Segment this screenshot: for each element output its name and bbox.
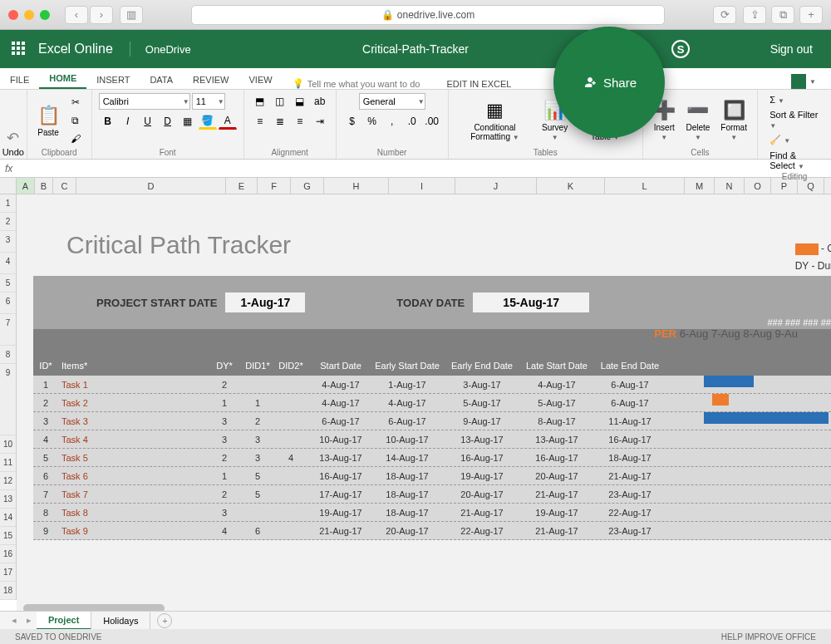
border-button[interactable]: ▦ <box>179 113 197 130</box>
col-A[interactable]: A <box>17 178 35 194</box>
table-row[interactable]: 5Task 523413-Aug-1714-Aug-1716-Aug-1716-… <box>33 449 831 467</box>
share-button[interactable]: Share <box>553 27 665 138</box>
address-bar[interactable]: 🔒 onedrive.live.com <box>191 5 665 25</box>
col-M[interactable]: M <box>685 178 715 194</box>
forward-button[interactable]: › <box>90 6 113 24</box>
user-dropdown-icon[interactable]: ▼ <box>809 78 816 86</box>
align-right-icon[interactable]: ≡ <box>291 113 309 130</box>
col-N[interactable]: N <box>715 178 745 194</box>
row-12[interactable]: 12 <box>0 472 16 490</box>
row-2[interactable]: 2 <box>0 213 16 231</box>
sign-out-link[interactable]: Sign out <box>770 42 813 56</box>
share-safari-icon[interactable]: ⇪ <box>743 6 766 24</box>
col-H[interactable]: H <box>324 178 389 194</box>
col-I[interactable]: I <box>389 178 455 194</box>
table-row[interactable]: 8Task 8319-Aug-1718-Aug-1721-Aug-1719-Au… <box>33 504 831 522</box>
table-row[interactable]: 6Task 61516-Aug-1718-Aug-1719-Aug-1720-A… <box>33 467 831 485</box>
sheet-tab-holidays[interactable]: Holidays <box>91 612 150 629</box>
table-row[interactable]: 9Task 94621-Aug-1720-Aug-1722-Aug-1721-A… <box>33 522 831 540</box>
start-date-value[interactable]: 1-Aug-17 <box>225 293 305 312</box>
col-E[interactable]: E <box>226 178 258 194</box>
col-O[interactable]: O <box>745 178 771 194</box>
clear-button[interactable]: 🧹 ▼ <box>765 133 795 147</box>
row-6[interactable]: 6 <box>0 293 16 314</box>
reload-button[interactable]: ⟳ <box>713 6 736 24</box>
format-cell-button[interactable]: 🔲Format ▼ <box>717 98 750 144</box>
format-painter-icon[interactable]: 🖌 <box>66 130 85 147</box>
column-headers[interactable]: A B C D E F G H I J K L M N O P Q <box>0 178 831 194</box>
row-5[interactable]: 5 <box>0 274 16 293</box>
bold-button[interactable]: B <box>99 113 117 130</box>
col-J[interactable]: J <box>455 178 537 194</box>
col-B[interactable]: B <box>35 178 53 194</box>
tab-review[interactable]: REVIEW <box>183 71 238 89</box>
row-17[interactable]: 17 <box>0 563 16 582</box>
autosum-button[interactable]: Σ ▼ <box>765 93 789 106</box>
row-16[interactable]: 16 <box>0 545 16 563</box>
comma-icon[interactable]: , <box>383 113 401 130</box>
row-4[interactable]: 4 <box>0 253 16 274</box>
tab-insert[interactable]: INSERT <box>86 71 140 89</box>
sheet-content[interactable]: Critical Path Tracker - C DY - Dur PROJE… <box>17 194 831 613</box>
align-top-icon[interactable]: ⬒ <box>251 93 269 110</box>
tell-me-search[interactable]: 💡 Tell me what you want to do <box>283 78 430 89</box>
row-headers[interactable]: 1 2 3 4 5 6 7 8 9 10 11 12 13 14 15 16 1… <box>0 194 17 600</box>
row-11[interactable]: 11 <box>0 454 16 472</box>
row-7[interactable]: 7 <box>0 314 16 346</box>
document-title[interactable]: Critical-Path-Tracker <box>362 42 469 56</box>
row-8[interactable]: 8 <box>0 346 16 364</box>
copy-icon[interactable]: ⧉ <box>66 112 85 129</box>
wrap-text-icon[interactable]: ab <box>311 93 329 110</box>
align-middle-icon[interactable]: ◫ <box>271 93 289 110</box>
row-1[interactable]: 1 <box>0 194 16 213</box>
sheet-nav-prev[interactable]: ▸ <box>22 615 37 626</box>
status-right[interactable]: HELP IMPROVE OFFICE <box>721 632 816 642</box>
col-G[interactable]: G <box>291 178 324 194</box>
skype-icon[interactable]: S <box>671 40 690 58</box>
tab-view[interactable]: VIEW <box>239 71 283 89</box>
row-10[interactable]: 10 <box>0 435 16 454</box>
service-name[interactable]: OneDrive <box>130 43 206 56</box>
close-window-icon[interactable] <box>8 10 18 20</box>
fill-color-button[interactable]: 🪣 <box>199 113 217 130</box>
font-name-select[interactable]: Calibri▼ <box>99 93 190 110</box>
italic-button[interactable]: I <box>119 113 137 130</box>
add-sheet-button[interactable]: + <box>157 613 172 628</box>
cut-icon[interactable]: ✂ <box>66 94 85 111</box>
col-K[interactable]: K <box>537 178 605 194</box>
row-15[interactable]: 15 <box>0 527 16 545</box>
today-date-value[interactable]: 15-Aug-17 <box>473 293 589 312</box>
sidebar-button[interactable]: ▥ <box>120 6 143 24</box>
number-format-select[interactable]: General▼ <box>359 93 425 110</box>
paste-button[interactable]: 📋 Paste <box>34 103 63 139</box>
tab-data[interactable]: DATA <box>140 71 183 89</box>
tab-file[interactable]: FILE <box>0 71 39 89</box>
app-launcher-icon[interactable] <box>12 42 27 57</box>
sheet-tab-project[interactable]: Project <box>37 612 91 630</box>
find-select-button[interactable]: Find & Select ▼ <box>765 149 824 172</box>
double-underline-button[interactable]: D <box>159 113 177 130</box>
row-9[interactable]: 9 <box>0 364 16 435</box>
currency-icon[interactable]: $ <box>343 113 361 130</box>
maximize-window-icon[interactable] <box>40 10 50 20</box>
undo-icon[interactable]: ↶ <box>7 129 19 147</box>
table-row[interactable]: 4Task 43310-Aug-1710-Aug-1713-Aug-1713-A… <box>33 430 831 449</box>
align-left-icon[interactable]: ≡ <box>251 113 269 130</box>
merge-icon[interactable]: ⇥ <box>311 113 329 130</box>
col-D[interactable]: D <box>76 178 226 194</box>
spreadsheet-area[interactable]: 1 2 3 4 5 6 7 8 9 10 11 12 13 14 15 16 1… <box>0 194 831 613</box>
col-L[interactable]: L <box>605 178 685 194</box>
percent-icon[interactable]: % <box>363 113 381 130</box>
new-tab-icon[interactable]: + <box>799 6 823 24</box>
tabs-icon[interactable]: ⧉ <box>771 6 794 24</box>
col-Q[interactable]: Q <box>798 178 824 194</box>
font-size-select[interactable]: 11▼ <box>192 93 225 110</box>
row-14[interactable]: 14 <box>0 509 16 527</box>
select-all-corner[interactable] <box>0 178 17 194</box>
col-P[interactable]: P <box>771 178 798 194</box>
tab-home[interactable]: HOME <box>39 69 86 89</box>
sort-filter-button[interactable]: Sort & Filter ▼ <box>765 108 824 131</box>
edit-in-excel-link[interactable]: EDIT IN EXCEL <box>430 79 528 89</box>
conditional-formatting-button[interactable]: ▦Conditional Formatting ▼ <box>455 98 535 144</box>
font-color-button[interactable]: A <box>219 113 237 130</box>
